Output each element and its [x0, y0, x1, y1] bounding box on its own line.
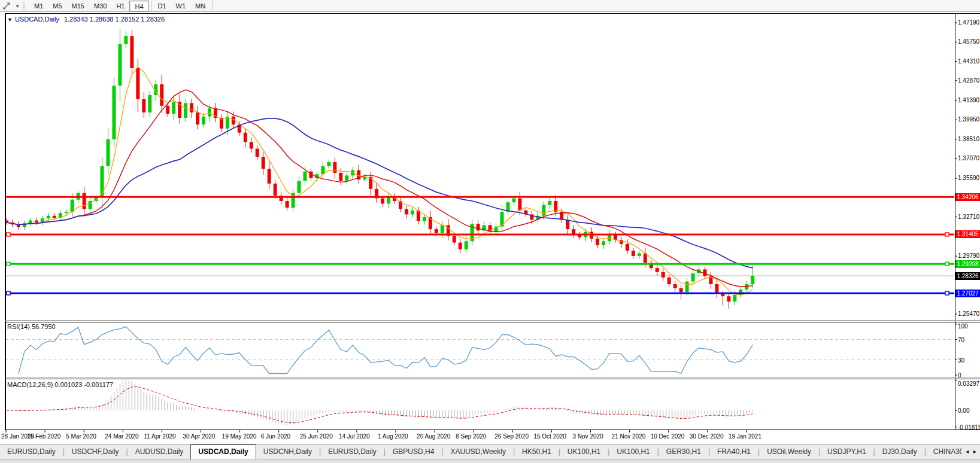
- indicator-axis-label: 0: [958, 372, 961, 379]
- price-badge-1.34206: 1.34206: [955, 193, 980, 201]
- date-axis-label: 21 Nov 2020: [612, 433, 646, 440]
- indicator-axis-label: 30: [958, 357, 964, 364]
- price-axis-label: 1.25470: [958, 310, 979, 317]
- price-badge-1.31405: 1.31405: [955, 230, 980, 238]
- price-axis-label: 1.29790: [958, 252, 979, 259]
- price-axis-label: 1.47190: [958, 19, 979, 26]
- application-window: ▾ M1M5M15M30H1H4D1W1MN ▼USDCAD,Daily1.28…: [0, 0, 980, 463]
- toolbar: ▾ M1M5M15M30H1H4D1W1MN: [0, 0, 980, 12]
- timeframe-button-H1[interactable]: H1: [111, 1, 129, 11]
- date-axis-label: 26 Sep 2020: [494, 433, 529, 440]
- price-axis-label: 1.32710: [958, 214, 979, 220]
- candlestick-series[interactable]: [5, 29, 754, 309]
- tab-scroll-right-icon[interactable]: ►: [972, 449, 978, 455]
- symbol-tab-UK100-H1[interactable]: UK100,H1: [609, 445, 657, 459]
- date-axis-label: 24 Mar 2020: [105, 433, 138, 440]
- collapse-triangle-icon[interactable]: ▼: [7, 17, 13, 23]
- timeframe-button-W1[interactable]: W1: [171, 1, 191, 11]
- date-axis-label: 1 Aug 2020: [378, 433, 408, 440]
- date-axis-label: 19 Jan 2021: [729, 433, 761, 440]
- timeframe-button-D1[interactable]: D1: [153, 1, 171, 11]
- date-axis-label: 30 Apr 2020: [183, 433, 216, 440]
- chart-ohlc-values: 1.28343 1.28638 1.28152 1.28326: [64, 16, 165, 23]
- rsi-indicator-label: RSI(14) 56.7950: [7, 323, 56, 330]
- date-axis-label: 20 Aug 2020: [417, 433, 450, 440]
- timeframe-button-H4[interactable]: H4: [129, 1, 148, 11]
- date-axis-label: 10 Dec 2020: [651, 433, 685, 440]
- symbol-tab-XAUUSD-Weekly[interactable]: XAUUSD,Weekly: [443, 445, 512, 459]
- toolbar-separator: [151, 1, 151, 11]
- price-axis-label: 1.45750: [958, 38, 979, 45]
- date-axis-label: 8 Sep 2020: [456, 433, 486, 440]
- ma-line-30: [7, 118, 753, 268]
- macd-signal-line: [7, 387, 753, 423]
- price-axis-label: 1.38510: [958, 136, 979, 142]
- symbol-tab-USDJPY-H1[interactable]: USDJPY,H1: [820, 445, 873, 459]
- symbol-tab-UK100-H1[interactable]: UK100,H1: [560, 445, 608, 459]
- date-axis-label: 15 Feb 2020: [27, 433, 60, 440]
- date-axis-label: 11 Apr 2020: [144, 433, 175, 440]
- date-axis-label: 30 Dec 2020: [690, 433, 724, 440]
- symbol-tab-FRA40-H1[interactable]: FRA40,H1: [710, 445, 758, 459]
- symbol-tab-AUDUSD-Daily[interactable]: AUDUSD,Daily: [128, 445, 191, 459]
- date-axis-label: 19 May 2020: [222, 433, 257, 440]
- date-axis-label: 14 Jul 2020: [339, 433, 370, 440]
- price-axis-label: 1.39950: [958, 116, 979, 123]
- price-axis-label: 1.41390: [958, 97, 979, 103]
- cursor-tool-icon[interactable]: [0, 1, 13, 11]
- tab-scroll-arrows: ◄ ►: [962, 444, 980, 459]
- symbol-tab-EURUSD-Daily[interactable]: EURUSD,Daily: [0, 445, 63, 459]
- indicator-axis-label: 0.00: [958, 407, 969, 414]
- macd-indicator-label: MACD(12,26,9) 0.001023 -0.001177: [7, 381, 113, 388]
- date-axis-label: 25 Jun 2020: [300, 433, 333, 440]
- ma-line-5: [7, 66, 753, 295]
- chart-title: ▼USDCAD,Daily1.28343 1.28638 1.28152 1.2…: [7, 16, 165, 23]
- date-axis-label: 3 Nov 2020: [573, 433, 603, 440]
- timeframe-button-M1[interactable]: M1: [29, 1, 48, 11]
- indicator-axis-label: 70: [958, 337, 964, 343]
- symbol-tab-USDCHF-Daily[interactable]: USDCHF,Daily: [65, 445, 126, 459]
- indicator-axis-label: 0.032972: [958, 380, 980, 387]
- toolbar-separator: [212, 1, 213, 11]
- symbol-tab-USDCNH-Daily[interactable]: USDCNH,Daily: [256, 445, 319, 459]
- bottom-strip: [0, 459, 980, 463]
- price-axis-label: 1.35590: [958, 175, 979, 181]
- date-axis-label: 15 Oct 2020: [533, 433, 566, 440]
- symbol-tab-USDCAD-Daily[interactable]: USDCAD,Daily: [190, 444, 256, 459]
- price-axis-label: 1.37070: [958, 155, 979, 162]
- tab-scroll-left-icon[interactable]: ◄: [964, 449, 970, 455]
- indicator-axis-label: -0.018154: [958, 424, 980, 431]
- price-badge-1.28326: 1.28326: [955, 272, 980, 280]
- price-axis-label: 1.42870: [958, 77, 979, 84]
- indicator-axis-label: 100: [958, 323, 968, 330]
- timeframe-button-M5[interactable]: M5: [48, 1, 66, 11]
- timeframe-button-MN[interactable]: MN: [190, 1, 210, 11]
- rsi-line: [19, 327, 753, 373]
- symbol-tab-GER30-H1[interactable]: GER30,H1: [659, 445, 708, 459]
- date-axis-label: 6 Jun 2020: [261, 433, 291, 440]
- chart-symbol-label: USDCAD,Daily: [15, 16, 59, 23]
- tool-dropdown-caret[interactable]: ▾: [13, 3, 22, 9]
- symbol-tab-bar: EURUSD,Daily|USDCHF,Daily|AUDUSD,DailyUS…: [0, 444, 980, 459]
- date-axis-label: 5 Mar 2020: [66, 433, 96, 440]
- hline-1.31405[interactable]: [5, 233, 954, 236]
- toolbar-grip: [23, 2, 28, 10]
- timeframe-button-M30[interactable]: M30: [89, 1, 111, 11]
- symbol-tab-GBPUSD-H4[interactable]: GBPUSD,H4: [386, 445, 441, 459]
- symbol-tab-USOil-Weekly[interactable]: USOil,Weekly: [760, 445, 818, 459]
- chart-canvas[interactable]: [0, 0, 980, 444]
- price-axis-label: 1.44310: [958, 58, 979, 65]
- cursor-tool-glyph: [2, 1, 11, 11]
- symbol-tab-DJ30-Daily[interactable]: DJ30,Daily: [875, 445, 924, 459]
- price-badge-1.29208: 1.29208: [955, 260, 980, 268]
- hline-1.27027[interactable]: [5, 291, 954, 295]
- timeframe-button-group: M1M5M15M30H1H4D1W1MN: [29, 1, 214, 11]
- ma-line-13: [7, 90, 753, 287]
- timeframe-button-M15[interactable]: M15: [67, 1, 89, 11]
- symbol-tab-HK50-H1[interactable]: HK50,H1: [515, 445, 559, 459]
- macd-histogram: [7, 380, 753, 425]
- hline-1.29208[interactable]: [5, 262, 954, 266]
- symbol-tab-EURUSD-Daily[interactable]: EURUSD,Daily: [321, 445, 384, 459]
- price-badge-1.27027: 1.27027: [955, 290, 980, 297]
